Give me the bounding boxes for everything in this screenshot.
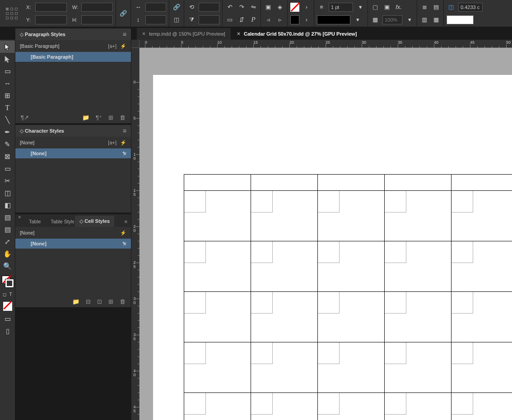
- page-tool[interactable]: ▭: [0, 65, 15, 77]
- stroke-style-field[interactable]: [317, 15, 350, 24]
- style-group-folder-icon[interactable]: 📁: [72, 298, 79, 305]
- y-field[interactable]: [35, 15, 67, 24]
- hand-tool[interactable]: ✋: [0, 248, 15, 260]
- type-tool[interactable]: T: [0, 102, 15, 114]
- pen-tool[interactable]: ✒: [0, 126, 15, 138]
- pencil-tool[interactable]: ✎: [0, 138, 15, 150]
- stroke-weight-field[interactable]: 1 pt: [329, 3, 353, 12]
- new-style-icon[interactable]: ⊞: [108, 114, 113, 121]
- flip-h-icon[interactable]: ⇋: [249, 3, 258, 12]
- text-wrap-shape-icon[interactable]: ▥: [420, 15, 429, 24]
- selection-tool[interactable]: [0, 41, 15, 53]
- rectangle-frame-tool[interactable]: ⊠: [0, 150, 15, 162]
- line-tool[interactable]: ╲: [0, 114, 15, 126]
- quick-apply-bolt-icon[interactable]: ⚡: [120, 43, 126, 49]
- calendar-table[interactable]: [184, 174, 512, 420]
- tab-table-styles[interactable]: Table Styles: [46, 216, 74, 227]
- rotate-ccw-icon[interactable]: ↶: [225, 3, 234, 12]
- quick-apply-bolt-icon[interactable]: ⚡: [120, 140, 126, 146]
- view-mode-tool[interactable]: ▭: [0, 313, 15, 325]
- text-wrap-jump-icon[interactable]: ▦: [432, 15, 441, 24]
- current-style-row[interactable]: [Basic Paragraph] [a+]⚡: [15, 40, 131, 52]
- gradient-swatch-tool[interactable]: ◧: [0, 199, 15, 211]
- corner-value-field[interactable]: 0.4233 c: [458, 3, 483, 12]
- constrain-icon[interactable]: 🔗: [172, 3, 181, 12]
- text-wrap-bb-icon[interactable]: ▤: [432, 3, 441, 12]
- trash-icon[interactable]: 🗑: [120, 114, 126, 121]
- edit-style-icon[interactable]: ✎̷: [122, 241, 126, 247]
- gradient-feather-tool[interactable]: ▤: [0, 211, 15, 223]
- page[interactable]: [153, 75, 512, 420]
- tab-table[interactable]: Table: [24, 216, 45, 227]
- opacity-dropdown-icon[interactable]: ▾: [405, 15, 414, 24]
- rectangle-tool[interactable]: ▭: [0, 162, 15, 175]
- select-content-icon[interactable]: ◈: [275, 3, 284, 12]
- scissors-tool[interactable]: ✂: [0, 175, 15, 187]
- zoom-tool[interactable]: 🔍: [0, 260, 15, 272]
- fill-dropdown-icon[interactable]: ›: [302, 3, 311, 12]
- clear-transform-icon[interactable]: ◫: [172, 15, 181, 24]
- fill-swatch-none[interactable]: [290, 3, 299, 12]
- stroke-dropdown-icon[interactable]: ›: [302, 15, 311, 24]
- opacity-field[interactable]: 100%: [382, 15, 402, 24]
- clear-override-icon[interactable]: ⊡: [97, 298, 102, 305]
- vertical-ruler[interactable]: 051015202530354045: [131, 48, 140, 420]
- clear-override-icon[interactable]: ¶⁺: [96, 114, 102, 121]
- x-field[interactable]: [35, 3, 67, 12]
- new-style-from-selection-icon[interactable]: [a+]: [108, 140, 116, 146]
- format-affects-toggle[interactable]: ◻T: [0, 292, 15, 300]
- h-field[interactable]: [81, 15, 113, 24]
- panel-close-icon[interactable]: ×: [15, 213, 23, 221]
- shear-field[interactable]: [199, 15, 219, 24]
- select-prev-icon[interactable]: ◃: [264, 15, 273, 24]
- stroke-weight-stepper-icon[interactable]: ▾: [356, 3, 365, 12]
- quick-apply-bolt-icon[interactable]: ⚡: [120, 230, 126, 236]
- canvas[interactable]: [140, 48, 512, 420]
- select-next-icon[interactable]: ▹: [275, 15, 284, 24]
- panel-menu-icon[interactable]: ≡: [121, 216, 131, 227]
- screen-mode-tool[interactable]: ▯: [0, 325, 15, 337]
- new-style-from-selection-icon[interactable]: [a+]: [108, 43, 116, 49]
- panel-menu-icon[interactable]: ≡: [123, 31, 126, 38]
- document-tab-calendar[interactable]: × Calendar Grid 50x70.indd @ 27% [GPU Pr…: [232, 28, 362, 40]
- auto-fit-icon[interactable]: ▢: [371, 3, 380, 12]
- edit-style-icon[interactable]: ✎̷: [122, 151, 126, 157]
- reference-point[interactable]: [0, 0, 23, 27]
- link-wh-icon[interactable]: 🔗: [119, 9, 128, 18]
- fit-frame-icon[interactable]: ▣: [382, 3, 391, 12]
- fx-icon[interactable]: fx.: [394, 3, 403, 12]
- apply-none-icon[interactable]: [3, 302, 12, 311]
- eyedropper-tool[interactable]: ⤢: [0, 235, 15, 248]
- scale-x-field[interactable]: [145, 3, 166, 12]
- trash-icon[interactable]: 🗑: [120, 298, 126, 305]
- close-icon[interactable]: ×: [142, 31, 145, 37]
- new-style-icon[interactable]: ⊞: [108, 298, 113, 305]
- icon-a[interactable]: ⊟: [86, 298, 91, 305]
- content-collector-tool[interactable]: ⊞: [0, 89, 15, 102]
- current-style-row[interactable]: [None] ⚡: [15, 227, 131, 239]
- note-tool[interactable]: ▤: [0, 223, 15, 235]
- panel-menu-icon[interactable]: ≡: [123, 127, 126, 134]
- current-style-row[interactable]: [None] [a+]⚡: [15, 137, 131, 148]
- w-field[interactable]: [81, 3, 113, 12]
- tab-cell-styles[interactable]: ◇ Cell Styles: [75, 216, 114, 227]
- style-item-none[interactable]: [None] ✎̷: [15, 148, 131, 158]
- rotate-field[interactable]: [199, 3, 219, 12]
- gap-tool[interactable]: ↔: [0, 77, 15, 89]
- map-icon[interactable]: ¶↗: [21, 114, 29, 121]
- horizontal-ruler[interactable]: 05101520253035404550: [140, 40, 512, 48]
- document-tab-temp[interactable]: × temp.indd @ 150% [GPU Preview]: [137, 28, 231, 40]
- text-wrap-none-icon[interactable]: ≣: [420, 3, 429, 12]
- panel-header[interactable]: ◇ Character Styles ≡: [15, 125, 131, 137]
- scale-y-field[interactable]: [145, 15, 166, 24]
- style-item-basic-paragraph[interactable]: [Basic Paragraph]: [15, 52, 131, 62]
- paragraph-p-icon[interactable]: P: [249, 15, 258, 24]
- stroke-style-dropdown-icon[interactable]: ▾: [353, 15, 362, 24]
- select-container-icon[interactable]: ▣: [264, 3, 273, 12]
- stroke-swatch[interactable]: [290, 15, 299, 24]
- swatch-preview[interactable]: [447, 15, 474, 24]
- close-icon[interactable]: ×: [237, 31, 240, 37]
- style-group-folder-icon[interactable]: 📁: [82, 114, 89, 121]
- panel-header[interactable]: ◇ Paragraph Styles ≡: [15, 28, 131, 40]
- direct-selection-tool[interactable]: [0, 53, 15, 65]
